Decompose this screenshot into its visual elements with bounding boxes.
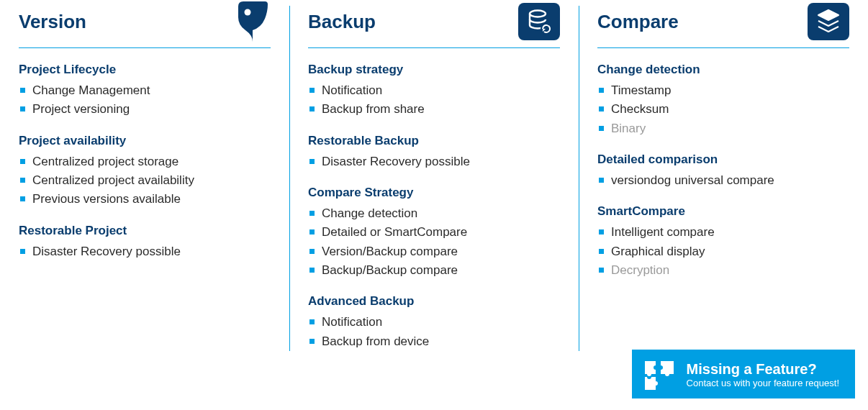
section-project-availability: Project availability Centralized project… — [19, 134, 271, 209]
item-label: Decryption — [611, 261, 669, 280]
column-version: Version Project Lifecycle Change Managem… — [0, 0, 289, 380]
list-item: Backup from device — [308, 332, 560, 351]
item-label: Version/Backup compare — [322, 242, 458, 261]
list-item: Disaster Recovery possible — [19, 242, 271, 261]
bullet-icon — [599, 268, 604, 273]
section-title: Restorable Backup — [308, 134, 560, 148]
backup-icon — [518, 3, 560, 40]
item-list: Centralized project storage Centralized … — [19, 152, 271, 209]
bullet-icon — [309, 88, 315, 93]
item-label: Detailed or SmartCompare — [322, 223, 467, 242]
list-item: Backup from share — [308, 100, 560, 119]
banner-title: Missing a Feature? — [687, 360, 839, 378]
feature-table: { "columns": [ { "title": "Version", "ic… — [0, 0, 868, 410]
item-label: Backup from share — [322, 100, 425, 119]
section-title: Restorable Project — [19, 224, 271, 238]
section-restorable-backup: Restorable Backup Disaster Recovery poss… — [308, 134, 560, 171]
column-title: Backup — [308, 11, 376, 33]
bullet-icon — [309, 229, 315, 234]
item-label: Notification — [322, 313, 382, 332]
bullet-icon — [20, 178, 25, 183]
bullet-icon — [20, 249, 25, 254]
item-label: Notification — [322, 81, 382, 100]
list-item: Graphical display — [597, 242, 849, 261]
section-title: Project Lifecycle — [19, 63, 271, 77]
section-title: Project availability — [19, 134, 271, 148]
list-item: Centralized project storage — [19, 152, 271, 171]
list-item: Binary — [597, 119, 849, 138]
column-title: Version — [19, 11, 86, 33]
bullet-icon — [309, 268, 315, 273]
column-backup: Backup — [289, 0, 579, 380]
column-header: Version — [19, 0, 271, 43]
column-header: Compare — [597, 0, 849, 43]
list-item: Notification — [308, 313, 560, 332]
bullet-icon — [309, 106, 315, 111]
section-advanced-backup: Advanced Backup Notification Backup from… — [308, 294, 560, 351]
item-list: Change detection Detailed or SmartCompar… — [308, 204, 560, 280]
list-item: Checksum — [597, 100, 849, 119]
bullet-icon — [309, 249, 315, 254]
divider — [597, 47, 849, 48]
version-icon — [229, 3, 271, 40]
banner-subtitle: Contact us with your feature request! — [687, 378, 839, 388]
list-item: Previous versions available — [19, 190, 271, 209]
item-list: Change Management Project versioning — [19, 81, 271, 119]
bullet-icon — [309, 211, 315, 216]
item-label: Checksum — [611, 100, 669, 119]
item-label: Project versioning — [32, 100, 130, 119]
list-item: Decryption — [597, 261, 849, 280]
bullet-icon — [20, 106, 25, 111]
bullet-icon — [309, 319, 315, 324]
list-item: Backup/Backup compare — [308, 261, 560, 280]
list-item: Version/Backup compare — [308, 242, 560, 261]
compare-icon — [808, 3, 849, 40]
list-item: Notification — [308, 81, 560, 100]
section-title: Compare Strategy — [308, 186, 560, 200]
list-item: Change Management — [19, 81, 271, 100]
bullet-icon — [20, 159, 25, 164]
item-label: Disaster Recovery possible — [32, 242, 181, 261]
bullet-icon — [309, 159, 315, 164]
feature-request-banner[interactable]: Missing a Feature? Contact us with your … — [632, 350, 855, 398]
list-item: Disaster Recovery possible — [308, 152, 560, 171]
bullet-icon — [599, 229, 604, 234]
item-list: Timestamp Checksum Binary — [597, 81, 849, 138]
item-label: Binary — [611, 119, 646, 138]
item-list: Notification Backup from share — [308, 81, 560, 119]
list-item: Project versioning — [19, 100, 271, 119]
column-header: Backup — [308, 0, 560, 43]
svg-point-0 — [245, 9, 251, 16]
bullet-icon — [599, 178, 604, 183]
item-list: Intelligent compare Graphical display De… — [597, 223, 849, 280]
list-item: Detailed or SmartCompare — [308, 223, 560, 242]
svg-point-1 — [530, 11, 546, 17]
item-label: versiondog universal compare — [611, 171, 774, 190]
divider — [19, 47, 271, 48]
column-compare: Compare Change detection Timestamp — [579, 0, 868, 380]
list-item: Centralized project availability — [19, 171, 271, 190]
section-title: Change detection — [597, 63, 849, 77]
section-title: Backup strategy — [308, 63, 560, 77]
banner-text: Missing a Feature? Contact us with your … — [687, 360, 839, 388]
bullet-icon — [599, 106, 604, 111]
section-backup-strategy: Backup strategy Notification Backup from… — [308, 63, 560, 119]
item-list: Notification Backup from device — [308, 313, 560, 351]
item-label: Change detection — [322, 204, 417, 223]
item-label: Centralized project availability — [32, 171, 194, 190]
item-label: Centralized project storage — [32, 152, 178, 171]
section-title: Detailed comparison — [597, 152, 849, 167]
section-change-detection: Change detection Timestamp Checksum Bina… — [597, 63, 849, 138]
item-label: Intelligent compare — [611, 223, 715, 242]
section-title: Advanced Backup — [308, 294, 560, 309]
item-label: Change Management — [32, 81, 150, 100]
item-list: Disaster Recovery possible — [19, 242, 271, 261]
bullet-icon — [599, 126, 604, 131]
list-item: versiondog universal compare — [597, 171, 849, 190]
section-smartcompare: SmartCompare Intelligent compare Graphic… — [597, 204, 849, 280]
item-label: Backup/Backup compare — [322, 261, 458, 280]
bullet-icon — [20, 196, 25, 201]
divider — [308, 47, 560, 48]
item-label: Backup from device — [322, 332, 429, 351]
list-item: Intelligent compare — [597, 223, 849, 242]
